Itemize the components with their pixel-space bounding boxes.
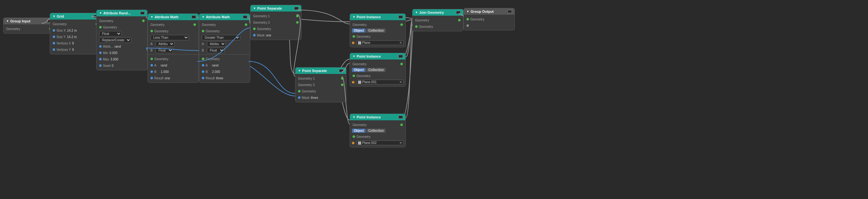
attr-math-2-op-dropdown[interactable]: Greater Than: [202, 35, 240, 40]
point-inst-3-obj-field[interactable]: Plane.002 ✕: [356, 141, 404, 145]
point-inst-1-icon: [398, 15, 403, 18]
attr-math-2-header: ▼ Attribute Math: [199, 14, 250, 20]
point-sep-2-mask-row: Mask three: [296, 94, 346, 101]
group-output-title: Group Output: [471, 10, 494, 13]
attr-math-2-result-row: Result three: [199, 75, 250, 81]
point-inst-2-obj-field[interactable]: Plane.001 ✕: [356, 80, 404, 84]
point-sep-2-geo1-socket: [341, 77, 344, 80]
attr-math-2-b-type[interactable]: Float: [207, 48, 224, 53]
point-sep-2-geo2-row: Geometry 2: [296, 82, 346, 88]
point-inst-2-obj-socket: [352, 81, 354, 83]
point-inst-1-close[interactable]: ✕: [399, 41, 402, 44]
point-inst-3-title: Point Instance: [357, 115, 381, 119]
point-inst-2-tag-row: Object Collection: [350, 67, 405, 73]
point-inst-2-obj-row: Plane.001 ✕: [350, 79, 405, 85]
attr-rand-geo-label: Geometry: [99, 19, 113, 23]
point-inst-1-obj-btn[interactable]: Object: [352, 29, 366, 33]
join-geo-node: ▼ Join Geometry Geometry Geometry: [412, 9, 464, 31]
attr-math-2-geo-out-row: Geometry: [199, 22, 250, 28]
attr-math-2-result-socket: [202, 77, 204, 79]
point-inst-3-node: ▼ Point Instance Geometry Object Collect…: [350, 114, 406, 148]
point-inst-1-obj-name: Plane: [362, 41, 371, 44]
point-inst-2-header: ▼ Point Instance: [350, 53, 405, 59]
attr-math-1-body: Geometry Geometry Less Than A Attribu B: [148, 20, 198, 83]
group-output-node: ▼ Group Output Geometry: [464, 8, 515, 30]
attr-rand-title: Attribute Rand...: [103, 11, 131, 15]
attr-math-2-node: ▼ Attribute Math Geometry Geometry Great…: [199, 13, 250, 83]
attr-math-1-op-dropdown[interactable]: Less Than: [150, 35, 189, 40]
point-sep-1-geo-in-socket: [253, 28, 256, 30]
grid-sizey-val: 14.2 m: [67, 35, 77, 39]
point-inst-2-title: Point Instance: [357, 54, 381, 58]
grid-vertx-val: 8: [72, 42, 74, 45]
point-inst-2-col-btn[interactable]: Collection: [366, 68, 385, 72]
attr-math-2-op-row[interactable]: Greater Than: [199, 34, 250, 41]
join-geo-body: Geometry Geometry: [412, 16, 463, 31]
attr-rand-type-dropdown[interactable]: Float: [99, 31, 122, 37]
point-inst-1-body: Geometry Object Collection Geometry Plan…: [350, 20, 405, 47]
point-inst-1-obj-socket: [352, 42, 354, 44]
point-inst-2-close[interactable]: ✕: [399, 80, 402, 84]
attr-rand-dropdown1-row[interactable]: Float: [97, 30, 147, 37]
point-sep-2-geo2-socket: [341, 83, 344, 86]
attr-math-1-geo-in-row: Geometry: [148, 28, 198, 34]
grid-vertx-socket: [53, 42, 55, 44]
attr-math-2-icon: [243, 15, 247, 18]
attr-rand-attrib-socket: [99, 45, 102, 48]
point-inst-3-col-btn[interactable]: Collection: [366, 129, 385, 133]
grid-sizey-label: Size Y: [57, 35, 66, 39]
attr-math-1-geo-out-socket: [193, 23, 196, 26]
grid-verty-socket: [53, 48, 55, 51]
attr-rand-seed-socket: [99, 64, 102, 67]
point-inst-3-obj-icon: [358, 142, 361, 145]
grid-verty-label: Vertices Y: [57, 48, 71, 51]
group-input-geo-label: Geometry: [6, 27, 20, 31]
point-inst-3-obj-btn[interactable]: Object: [352, 129, 366, 133]
attr-math-1-b-type[interactable]: Float: [156, 48, 173, 53]
point-sep-1-geo1-row: Geometry 1: [250, 13, 301, 19]
point-inst-3-close[interactable]: ✕: [399, 141, 402, 145]
group-output-geo-row: Geometry: [464, 16, 515, 23]
attr-rand-geo-in-socket: [99, 26, 102, 29]
attr-math-1-a-type[interactable]: Attribu: [156, 41, 175, 47]
point-sep-2-geo-in-row: Geometry: [296, 88, 346, 94]
attr-math-2-geo-in2-socket: [202, 57, 204, 60]
point-inst-3-geo-in-socket: [352, 135, 355, 138]
point-sep-2-node: ▼ Point Separate Geometry 1 Geometry 2 G…: [295, 67, 346, 103]
group-output-geo-socket: [466, 18, 469, 21]
group-input-arrow: ▼: [6, 19, 9, 23]
point-inst-2-icon: [398, 55, 403, 58]
point-inst-1-col-btn[interactable]: Collection: [366, 29, 385, 33]
attr-math-2-geo-out-socket: [245, 23, 247, 26]
attr-rand-max-socket: [99, 58, 102, 61]
attr-rand-body: Geometry Geometry Float Replace/Create A…: [97, 16, 147, 70]
attr-math-2-a-row: A Attribu: [199, 41, 250, 47]
point-sep-2-icon: [339, 69, 344, 72]
point-inst-1-title: Point Instance: [357, 15, 381, 19]
point-sep-1-node: ▼ Point Separate Geometry 1 Geometry 2 G…: [250, 5, 302, 40]
attr-math-1-op-row[interactable]: Less Than: [148, 34, 198, 41]
attr-math-2-a-type[interactable]: Attribu: [207, 41, 226, 47]
attr-math-1-b-socket: [150, 70, 153, 73]
grid-geo-label: Geometry: [53, 23, 67, 26]
attr-rand-dropdown2-row[interactable]: Replace/Create: [97, 37, 147, 43]
point-inst-3-geo-out-row: Geometry: [350, 122, 405, 128]
join-geo-out-row: Geometry: [412, 17, 463, 23]
group-input-header: ▼ Group Input: [3, 18, 54, 24]
attr-rand-op-dropdown[interactable]: Replace/Create: [99, 37, 131, 43]
attr-math-1-result-row: Result one: [148, 75, 198, 81]
attr-math-1-node: ▼ Attribute Math Geometry Geometry Less …: [148, 13, 199, 83]
attr-rand-geo-out-socket: [142, 19, 145, 22]
group-output-header: ▼ Group Output: [464, 8, 515, 15]
attr-math-1-geo-in2-socket: [150, 57, 153, 60]
group-output-empty-row: [464, 23, 515, 29]
attr-rand-node: ▼ Attribute Rand... Geometry Geometry Fl…: [96, 10, 148, 70]
point-inst-1-obj-field[interactable]: Plane ✕: [356, 40, 404, 45]
point-inst-1-tag-row: Object Collection: [350, 28, 405, 33]
grid-body: Geometry Size X 14.2 m Size Y 14.2 m Ver…: [50, 19, 101, 54]
point-inst-2-obj-btn[interactable]: Object: [352, 68, 366, 72]
attr-rand-attrib-row: Attrib... rand: [97, 43, 147, 50]
point-sep-2-header: ▼ Point Separate: [296, 68, 346, 74]
join-geo-icon: [456, 11, 461, 14]
attr-math-1-result-socket: [150, 77, 153, 79]
